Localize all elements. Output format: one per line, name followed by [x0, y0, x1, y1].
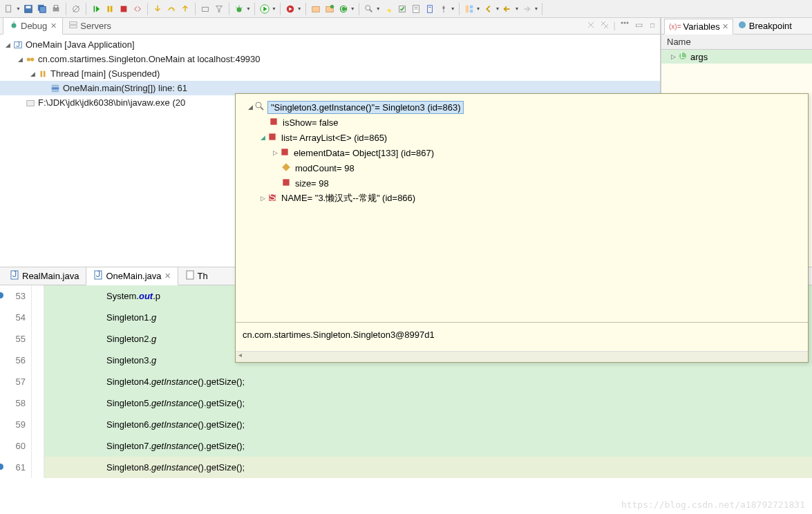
dropdown-icon[interactable]: ▼	[514, 6, 519, 11]
line-number[interactable]: 53	[0, 285, 26, 307]
inspect-icon	[255, 102, 265, 113]
line-number[interactable]: 58	[0, 392, 26, 414]
tree-node-vm[interactable]: ◢ cn.com.startimes.Singleton.OneMain at …	[0, 52, 660, 66]
dropdown-icon[interactable]: ▼	[350, 6, 355, 11]
tab-breakpoints[interactable]: Breakpoint	[733, 18, 796, 34]
tab-th[interactable]: Th	[178, 267, 215, 285]
perspective-icon[interactable]	[463, 3, 475, 15]
line-number[interactable]: 55	[0, 328, 26, 350]
toggle-mark-icon[interactable]	[396, 3, 408, 15]
run-external-icon[interactable]	[284, 3, 296, 15]
line-number[interactable]: 59	[0, 414, 26, 435]
maximize-icon[interactable]: □	[648, 20, 657, 30]
tab-realmain[interactable]: J RealMain.java	[3, 267, 86, 285]
tab-onemain[interactable]: J OneMain.java ✕	[86, 267, 178, 285]
expression-inspect-popup[interactable]: ◢ "Singleton3.getInstance()"= Singleton3…	[235, 93, 809, 363]
code-line[interactable]: Singleton8.getInstance().getSize();	[44, 457, 812, 478]
new-icon[interactable]	[3, 3, 15, 15]
save-icon[interactable]	[22, 3, 35, 15]
pause-icon[interactable]	[104, 3, 116, 15]
highlight-icon[interactable]	[382, 3, 395, 15]
line-number-gutter[interactable]: 53 54 55 56 57 58 59 60 61	[0, 285, 32, 478]
inspect-row[interactable]: isShow= false	[243, 115, 801, 130]
save-all-icon[interactable]	[36, 3, 48, 15]
expander-icon[interactable]: ▷	[668, 53, 678, 60]
horizontal-scrollbar[interactable]	[236, 351, 808, 362]
dropdown-icon[interactable]: ▼	[272, 6, 276, 11]
expander-icon[interactable]: ◢	[3, 41, 12, 48]
debug-icon[interactable]	[233, 3, 245, 15]
view-menu-icon[interactable]	[620, 20, 630, 30]
remove-all-icon[interactable]	[600, 20, 610, 30]
expander-icon[interactable]: ◢	[28, 70, 37, 77]
tab-debug[interactable]: Debug ✕	[3, 17, 63, 35]
tree-node-thread[interactable]: ◢ Thread [main] (Suspended)	[0, 66, 660, 81]
step-return-icon[interactable]	[179, 3, 191, 15]
folding-margin[interactable]	[32, 285, 44, 478]
tree-node-app[interactable]: ◢ J OneMain [Java Application]	[0, 37, 660, 52]
nav-back-icon[interactable]	[501, 3, 513, 15]
new-package-icon[interactable]	[310, 3, 322, 15]
nav-back-small-icon[interactable]	[482, 3, 495, 15]
svg-rect-31	[427, 5, 432, 12]
dropdown-icon[interactable]: ▼	[246, 6, 251, 11]
new-class-icon[interactable]	[323, 3, 336, 15]
expander-icon[interactable]: ▷	[258, 195, 267, 202]
pin-icon[interactable]	[437, 3, 450, 15]
line-number[interactable]: 60	[0, 435, 26, 457]
step-into-icon[interactable]	[151, 3, 164, 15]
dropdown-icon[interactable]: ▼	[297, 6, 302, 11]
disconnect-icon[interactable]	[131, 3, 144, 15]
expander-icon[interactable]: ◢	[15, 56, 25, 63]
dropdown-icon[interactable]: ▼	[495, 6, 500, 11]
expander-icon[interactable]: ▷	[270, 149, 280, 156]
inspect-row[interactable]: size= 98	[243, 175, 801, 191]
stop-icon[interactable]	[117, 3, 130, 15]
line-number[interactable]: 56	[0, 350, 26, 371]
inspect-row[interactable]: modCount= 98	[243, 160, 801, 175]
code-line[interactable]: Singleton5.getInstance().getSize();	[44, 392, 812, 414]
tab-servers[interactable]: Servers	[63, 18, 117, 34]
variables-column-header[interactable]: Name	[661, 35, 812, 50]
new-type-icon[interactable]: C	[337, 3, 350, 15]
resume-icon[interactable]	[90, 3, 102, 15]
minimize-icon[interactable]: ▭	[634, 20, 643, 30]
dropdown-icon[interactable]: ▼	[534, 6, 538, 11]
tab-variables[interactable]: (x)= Variables ✕	[664, 19, 733, 35]
expander-icon[interactable]: ◢	[258, 134, 267, 141]
dropdown-icon[interactable]: ▼	[16, 6, 21, 11]
inspect-row[interactable]: ▷ elementData= Object[133] (id=867)	[243, 145, 801, 160]
expander-icon[interactable]: ◢	[245, 104, 255, 111]
nav-forward-icon[interactable]	[520, 3, 533, 15]
close-icon[interactable]: ✕	[164, 272, 171, 280]
line-number[interactable]: 57	[0, 371, 26, 392]
line-number[interactable]: 61	[0, 457, 26, 478]
code-line[interactable]: Singleton4.getInstance().getSize();	[44, 371, 812, 392]
task-icon[interactable]	[410, 3, 422, 15]
remove-launch-icon[interactable]	[586, 20, 596, 30]
inspect-tree[interactable]: ◢ "Singleton3.getInstance()"= Singleton3…	[236, 94, 808, 322]
inspect-row-root[interactable]: ◢ "Singleton3.getInstance()"= Singleton3…	[243, 99, 801, 115]
search-icon[interactable]	[363, 3, 375, 15]
code-line[interactable]: Singleton7.getInstance().getSize();	[44, 435, 812, 457]
dropdown-icon[interactable]: ▼	[451, 6, 455, 11]
close-icon[interactable]: ✕	[50, 21, 57, 30]
inspect-row[interactable]: ▷ S NAME= "3.懒汉式--常规" (id=866)	[243, 191, 801, 206]
inspect-row[interactable]: ◢ list= ArrayList<E> (id=865)	[243, 130, 801, 145]
code-line[interactable]: Singleton6.getInstance().getSize();	[44, 414, 812, 435]
variable-row[interactable]: ▷ L args	[661, 50, 812, 64]
dropdown-icon[interactable]: ▼	[476, 6, 481, 11]
watermark: https://blog.csdn.net/a18792721831	[621, 499, 805, 510]
dropdown-icon[interactable]: ▼	[376, 6, 381, 11]
drop-frame-icon[interactable]	[199, 3, 211, 15]
inspect-detail-pane[interactable]: cn.com.startimes.Singleton.Singleton3@89…	[236, 322, 808, 351]
use-step-filters-icon[interactable]	[213, 3, 225, 15]
line-number[interactable]: 54	[0, 307, 26, 328]
field-icon	[281, 162, 291, 174]
print-icon[interactable]	[50, 3, 62, 15]
outline-icon[interactable]	[424, 3, 436, 15]
close-icon[interactable]: ✕	[722, 22, 728, 31]
skip-breakpoints-icon[interactable]	[70, 3, 82, 15]
run-icon[interactable]	[258, 3, 271, 15]
step-over-icon[interactable]	[165, 3, 178, 15]
